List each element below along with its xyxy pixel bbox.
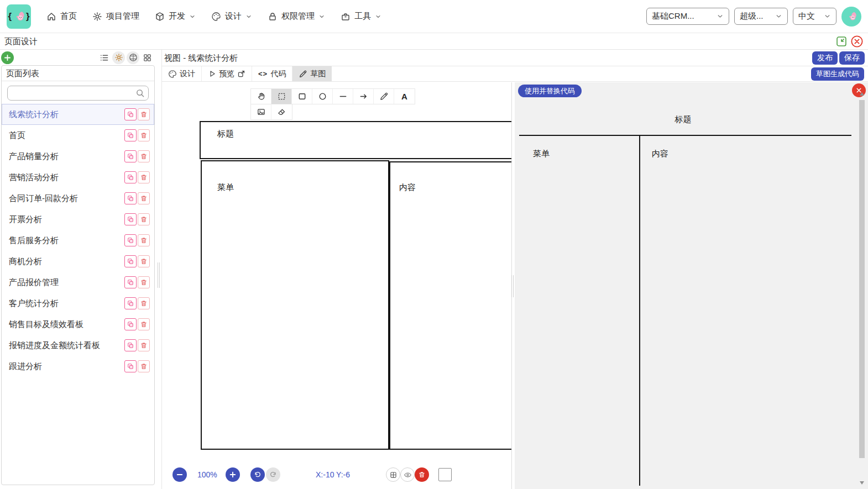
delete-page-button[interactable] xyxy=(138,339,150,351)
app-logo[interactable]: { } xyxy=(7,4,31,29)
list-view-button[interactable] xyxy=(98,51,111,64)
page-name: 线索统计分析 xyxy=(9,109,124,120)
chevron-down-icon xyxy=(717,13,724,20)
color-swatch[interactable] xyxy=(438,468,452,481)
copy-page-button[interactable] xyxy=(124,276,137,288)
redo-button[interactable] xyxy=(266,467,280,482)
circle-tool[interactable] xyxy=(312,89,333,104)
copy-page-button[interactable] xyxy=(124,150,137,162)
role-select[interactable]: 超级... xyxy=(734,8,788,25)
delete-page-button[interactable] xyxy=(138,171,150,183)
tab-code[interactable]: <> 代码 xyxy=(252,66,292,81)
copy-page-button[interactable] xyxy=(124,255,137,267)
page-list-item[interactable]: 营销活动分析 xyxy=(2,167,154,188)
mascot-icon xyxy=(845,10,858,23)
nav-item-permissions[interactable]: 权限管理 xyxy=(268,11,325,22)
page-list-item[interactable]: 线索统计分析 xyxy=(2,104,154,125)
nav-item-tools[interactable]: 工具 xyxy=(341,11,381,22)
nav-item-home[interactable]: 首页 xyxy=(46,11,77,22)
nav-item-develop[interactable]: 开发 xyxy=(155,11,196,22)
clear-canvas-button[interactable] xyxy=(415,467,429,482)
delete-page-button[interactable] xyxy=(138,360,150,372)
copy-page-button[interactable] xyxy=(124,318,137,330)
tab-preview[interactable]: 预览 xyxy=(202,66,252,81)
scroll-up-arrow[interactable] xyxy=(860,92,864,96)
delete-page-button[interactable] xyxy=(138,297,150,309)
delete-page-button[interactable] xyxy=(138,108,150,120)
delete-page-button[interactable] xyxy=(138,150,150,162)
arrow-tool[interactable] xyxy=(353,89,374,104)
copy-page-button[interactable] xyxy=(124,129,137,141)
sketch-canvas[interactable]: A 标题 菜单 内容 xyxy=(162,82,512,489)
collapse-window-button[interactable] xyxy=(835,35,848,48)
delete-page-button[interactable] xyxy=(138,234,150,246)
model-view-button[interactable] xyxy=(127,51,139,64)
page-list-item[interactable]: 开票分析 xyxy=(2,209,154,230)
eraser-tool[interactable] xyxy=(271,104,292,119)
copy-page-button[interactable] xyxy=(124,108,137,120)
language-select[interactable]: 中文 xyxy=(793,8,836,25)
save-button[interactable]: 保存 xyxy=(839,51,865,65)
sketch-title-box[interactable]: 标题 xyxy=(200,121,512,159)
settings-view-button[interactable] xyxy=(112,51,125,64)
grid-view-button[interactable] xyxy=(141,51,154,64)
page-list-item[interactable]: 产品报价管理 xyxy=(2,272,154,293)
delete-page-button[interactable] xyxy=(138,192,150,204)
tab-design[interactable]: 设计 xyxy=(162,66,202,81)
sidebar-resize-handle[interactable] xyxy=(158,262,160,288)
hand-tool[interactable] xyxy=(251,89,271,104)
copy-page-button[interactable] xyxy=(124,213,137,225)
copy-page-button[interactable] xyxy=(124,171,137,183)
page-list-item[interactable]: 销售目标及绩效看板 xyxy=(2,314,154,335)
text-tool[interactable]: A xyxy=(394,89,415,104)
nav-item-project-management[interactable]: 项目管理 xyxy=(92,11,139,22)
page-list-item[interactable]: 产品销量分析 xyxy=(2,146,154,167)
copy-page-button[interactable] xyxy=(124,339,137,351)
image-tool[interactable] xyxy=(251,104,271,119)
nav-item-design[interactable]: 设计 xyxy=(211,11,252,22)
select-tool[interactable] xyxy=(271,89,292,104)
page-list-item[interactable]: 跟进分析 xyxy=(2,356,154,377)
toggle-grid-button[interactable] xyxy=(386,467,400,482)
close-page-design-button[interactable] xyxy=(850,35,864,48)
briefcase-icon xyxy=(341,12,351,22)
scrollbar-thumb[interactable] xyxy=(859,100,865,458)
user-avatar[interactable] xyxy=(841,7,861,27)
add-page-button[interactable] xyxy=(1,51,14,64)
copy-page-button[interactable] xyxy=(124,360,137,372)
preview-scrollbar[interactable] xyxy=(858,92,866,485)
page-list-item[interactable]: 合同订单-回款分析 xyxy=(2,188,154,209)
page-search-input[interactable] xyxy=(7,86,149,101)
page-list-item[interactable]: 报销进度及金额统计看板 xyxy=(2,335,154,356)
page-list-item[interactable]: 客户统计分析 xyxy=(2,293,154,314)
zoom-in-button[interactable] xyxy=(226,467,240,482)
sketch-menu-box[interactable]: 菜单 xyxy=(201,160,389,450)
toggle-visibility-button[interactable] xyxy=(400,467,415,482)
panel-resize-handle[interactable] xyxy=(511,275,514,297)
sidebar-resize-divider[interactable] xyxy=(156,50,161,489)
sketch-content-box[interactable]: 内容 xyxy=(389,161,512,450)
tab-sketch[interactable]: 草图 xyxy=(292,66,332,81)
page-list-item[interactable]: 商机分析 xyxy=(2,251,154,272)
publish-button[interactable]: 发布 xyxy=(812,51,838,65)
line-tool[interactable] xyxy=(333,89,353,104)
page-list-item[interactable]: 售后服务分析 xyxy=(2,230,154,251)
undo-button[interactable] xyxy=(250,467,265,482)
generate-code-from-sketch-button[interactable]: 草图生成代码 xyxy=(811,67,864,81)
delete-page-button[interactable] xyxy=(138,276,150,288)
zoom-out-button[interactable] xyxy=(172,467,187,482)
pencil-tool[interactable] xyxy=(374,89,394,104)
copy-page-button[interactable] xyxy=(124,297,137,309)
copy-page-button[interactable] xyxy=(124,234,137,246)
scroll-down-arrow[interactable] xyxy=(860,481,864,485)
delete-page-button[interactable] xyxy=(138,129,150,141)
delete-page-button[interactable] xyxy=(138,213,150,225)
copy-icon xyxy=(127,215,134,223)
delete-page-button[interactable] xyxy=(138,255,150,267)
rectangle-tool[interactable] xyxy=(292,89,312,104)
copy-page-button[interactable] xyxy=(124,192,137,204)
delete-page-button[interactable] xyxy=(138,318,150,330)
use-and-replace-code-button[interactable]: 使用并替换代码 xyxy=(518,85,582,97)
app-select[interactable]: 基础CRM... xyxy=(646,8,729,25)
page-list-item[interactable]: 首页 xyxy=(2,125,154,146)
